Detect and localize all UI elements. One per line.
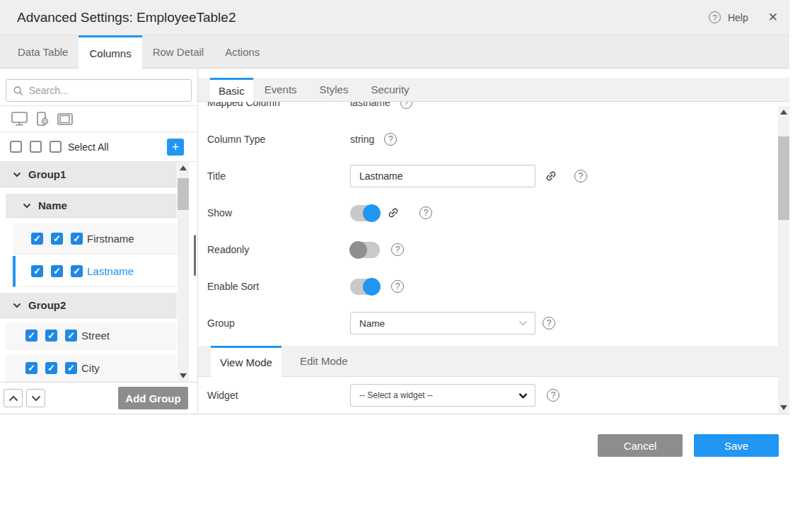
link-icon[interactable] <box>387 206 400 219</box>
list-item-lastname-selected[interactable]: Lastname <box>13 256 177 287</box>
tablet-icon[interactable] <box>57 113 73 125</box>
enable-sort-row: Enable Sort ? <box>198 268 789 305</box>
group1-label: Group1 <box>28 168 66 180</box>
column-settings-panel: Basic Events Styles Security Mapped Colu… <box>198 69 789 414</box>
select-all-row: Select All + <box>0 132 197 162</box>
column-group-list: Group1 Name Firstname Lastname <box>0 162 197 382</box>
advanced-settings-dialog: Advanced Settings: EmployeeTable2 ? Help… <box>0 0 789 467</box>
mobile-icon[interactable] <box>36 112 49 127</box>
lastname-checkbox-mobile[interactable] <box>51 265 63 277</box>
header-actions: ? Help ✕ <box>709 10 778 25</box>
firstname-checkbox-desktop[interactable] <box>31 233 43 245</box>
city-checkbox-desktop[interactable] <box>25 362 37 374</box>
widget-select-value: -- Select a widget -- <box>359 390 433 400</box>
tab-data-table[interactable]: Data Table <box>7 35 79 68</box>
add-column-button[interactable]: + <box>167 139 184 156</box>
sidebar-overlay-scrollbar-thumb[interactable] <box>194 235 196 276</box>
group2-label: Group2 <box>28 299 66 311</box>
city-checkbox-mobile[interactable] <box>45 362 57 374</box>
chevron-down-icon <box>13 172 21 177</box>
scroll-up-arrow-icon[interactable] <box>180 165 187 170</box>
group-row: Group Name ? <box>198 305 789 342</box>
city-label: City <box>81 362 100 374</box>
street-label: Street <box>81 330 110 342</box>
widget-label: Widget <box>207 390 350 401</box>
name-subgroup-header[interactable]: Name <box>6 194 177 218</box>
firstname-checkbox-tablet[interactable] <box>71 233 83 245</box>
dialog-header: Advanced Settings: EmployeeTable2 ? Help… <box>0 0 789 35</box>
help-icon[interactable]: ? <box>419 206 432 219</box>
mapped-column-value: lastname <box>350 102 390 108</box>
city-checkbox-tablet[interactable] <box>65 362 77 374</box>
title-label: Title <box>207 170 350 182</box>
cancel-button[interactable]: Cancel <box>598 434 683 457</box>
scroll-up-arrow-icon[interactable] <box>780 110 787 115</box>
move-up-button[interactable] <box>4 389 23 407</box>
tab-basic[interactable]: Basic <box>210 78 253 102</box>
desktop-icon[interactable] <box>11 112 28 126</box>
help-icon[interactable]: ? <box>543 317 555 330</box>
firstname-label: Firstname <box>87 233 134 245</box>
chevron-down-icon <box>518 320 528 326</box>
list-item-city[interactable]: City <box>6 355 177 382</box>
select-all-checkbox-mobile[interactable] <box>30 141 42 153</box>
readonly-toggle[interactable] <box>350 242 380 258</box>
street-checkbox-mobile[interactable] <box>45 330 57 342</box>
title-input[interactable] <box>350 165 535 187</box>
show-row: Show ? <box>198 194 789 231</box>
dialog-title: Advanced Settings: EmployeeTable2 <box>17 10 236 25</box>
select-all-checkbox-tablet[interactable] <box>50 141 62 153</box>
group-select[interactable]: Name <box>350 312 535 334</box>
sidebar-scrollbar-thumb[interactable] <box>178 178 189 210</box>
search-icon <box>13 86 23 96</box>
chevron-down-icon <box>518 392 528 399</box>
chevron-up-icon <box>8 395 18 402</box>
list-item-firstname[interactable]: Firstname <box>13 223 177 255</box>
search-box[interactable] <box>6 79 192 102</box>
search-input[interactable] <box>29 85 184 96</box>
tab-edit-mode[interactable]: Edit Mode <box>282 346 366 376</box>
show-toggle[interactable] <box>350 205 380 221</box>
help-icon[interactable]: ? <box>574 170 587 182</box>
help-icon[interactable]: ? <box>400 102 412 109</box>
link-icon[interactable] <box>545 170 557 182</box>
sidebar-scrollbar[interactable] <box>178 162 189 382</box>
list-item-street[interactable]: Street <box>6 322 177 349</box>
group2-header[interactable]: Group2 <box>0 293 177 318</box>
street-checkbox-tablet[interactable] <box>65 330 77 342</box>
help-icon[interactable]: ? <box>384 133 397 146</box>
panel-scrollbar-thumb[interactable] <box>778 136 789 220</box>
help-label[interactable]: Help <box>728 12 748 23</box>
firstname-checkbox-mobile[interactable] <box>51 233 63 245</box>
enable-sort-toggle[interactable] <box>350 279 380 295</box>
lastname-checkbox-tablet[interactable] <box>71 265 83 277</box>
help-icon[interactable]: ? <box>391 243 404 256</box>
name-subgroup-label: Name <box>38 199 67 211</box>
help-icon[interactable]: ? <box>391 280 404 293</box>
chevron-down-icon <box>23 203 31 209</box>
group1-header[interactable]: Group1 <box>0 162 177 187</box>
tab-styles[interactable]: Styles <box>308 78 360 101</box>
street-checkbox-desktop[interactable] <box>25 330 37 342</box>
scroll-down-arrow-icon[interactable] <box>180 373 187 378</box>
tab-events[interactable]: Events <box>253 78 308 101</box>
tab-actions[interactable]: Actions <box>214 35 270 68</box>
help-icon[interactable]: ? <box>547 389 559 402</box>
save-button[interactable]: Save <box>694 434 779 457</box>
widget-select[interactable]: -- Select a widget -- <box>350 384 535 407</box>
lastname-checkbox-desktop[interactable] <box>31 265 43 277</box>
tab-columns[interactable]: Columns <box>79 35 141 69</box>
mapped-column-row: Mapped Column lastname ? <box>198 102 789 121</box>
select-all-checkbox-desktop[interactable] <box>10 141 22 153</box>
settings-scroll-area[interactable]: Mapped Column lastname ? Column Type str… <box>198 102 789 414</box>
tab-security[interactable]: Security <box>359 78 420 101</box>
close-icon[interactable]: ✕ <box>768 10 778 25</box>
help-icon[interactable]: ? <box>709 11 721 23</box>
tab-view-mode[interactable]: View Mode <box>211 346 282 377</box>
column-type-label: Column Type <box>207 134 350 145</box>
scroll-down-arrow-icon[interactable] <box>780 405 787 410</box>
panel-scrollbar[interactable] <box>778 106 789 414</box>
tab-row-detail[interactable]: Row Detail <box>142 35 215 68</box>
move-down-button[interactable] <box>26 389 45 407</box>
add-group-button[interactable]: Add Group <box>118 387 188 409</box>
